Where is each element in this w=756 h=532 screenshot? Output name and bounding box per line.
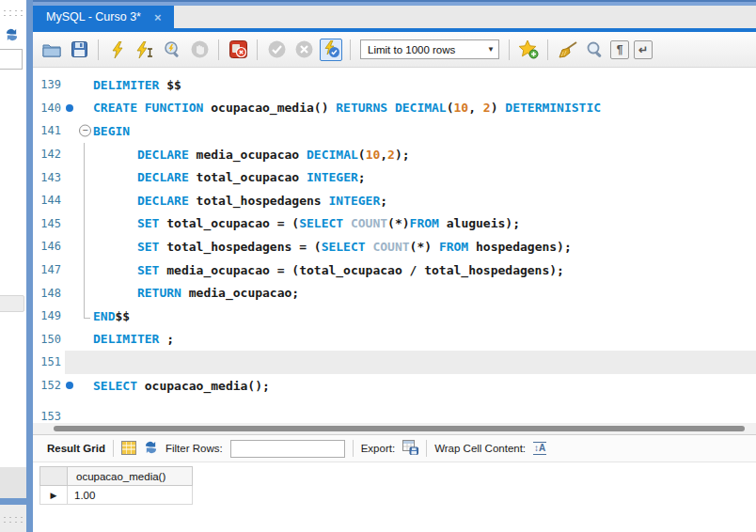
grid-cell[interactable]: 1.00 [68, 486, 193, 505]
line-number: 148 [33, 287, 61, 300]
code-line[interactable]: 144 DECLARE total_hospedagens INTEGER; [33, 189, 756, 212]
sql-toolbar: Limit to 1000 rows ▼ ¶ ↵ [33, 32, 756, 68]
code-text: DECLARE total_ocupacao INTEGER; [93, 170, 366, 184]
sql-editor-area: MySQL - Curso 3* × [33, 0, 756, 532]
refresh-results-icon[interactable] [144, 441, 158, 456]
code-line[interactable]: 146 SET total_hospedagens = (SELECT COUN… [33, 235, 756, 258]
save-script-icon[interactable] [68, 39, 90, 61]
code-text: SET total_hospedagens = (SELECT COUNT(*)… [93, 240, 572, 254]
result-grid: ocupacao_media()▶1.00 [33, 462, 756, 505]
code-line[interactable]: 151 [33, 351, 756, 374]
toolbar-separator [257, 39, 258, 60]
code-text: BEGIN [93, 124, 130, 138]
sidebar-search-field-edge[interactable] [0, 49, 23, 70]
line-number: 141 [33, 124, 61, 137]
editor-tab-bar: MySQL - Curso 3* × [33, 6, 756, 28]
grid-row: ▶1.00 [39, 486, 756, 505]
rollback-icon [292, 39, 315, 61]
fold-column [77, 374, 93, 398]
schema-refresh-icon[interactable] [5, 28, 19, 45]
code-line[interactable]: 147 SET media_ocupacao = (total_ocupacao… [33, 258, 756, 282]
row-selector-cell[interactable]: ▶ [39, 486, 68, 505]
line-number: 144 [33, 194, 61, 207]
fold-column [77, 212, 93, 236]
editor-horizontal-scrollbar[interactable] [33, 423, 756, 434]
fold-column [77, 235, 93, 258]
line-number: 147 [33, 263, 61, 276]
toolbar-separator [218, 39, 219, 60]
limit-rows-dropdown[interactable]: Limit to 1000 rows ▼ [360, 39, 499, 59]
fold-column [77, 328, 93, 352]
invisibles-icon[interactable]: ¶ [610, 40, 629, 59]
wrap-cell-content-icon[interactable]: ↕A [533, 442, 546, 455]
code-text: END$$ [93, 309, 130, 323]
fold-toggle-icon[interactable] [77, 119, 93, 143]
code-line[interactable]: 140CREATE FUNCTION ocupacao_media() RETU… [33, 97, 756, 120]
fold-column [77, 404, 93, 423]
sidebar-divider [0, 498, 26, 505]
code-text: DECLARE media_ocupacao DECIMAL(10,2); [93, 148, 410, 162]
tab-close-icon[interactable]: × [154, 11, 162, 23]
line-number: 149 [33, 309, 61, 322]
fold-column [77, 258, 93, 282]
export-icon[interactable] [402, 440, 418, 457]
code-line[interactable]: 139DELIMITER $$ [33, 73, 756, 97]
toolbar-separator [353, 440, 354, 457]
sql-code-editor[interactable]: 139DELIMITER $$140CREATE FUNCTION ocupac… [33, 68, 756, 423]
panel-splitter[interactable] [26, 0, 33, 532]
scrollbar-thumb[interactable] [54, 426, 745, 431]
code-text: SET media_ocupacao = (total_ocupacao / t… [93, 263, 564, 277]
fold-column [77, 73, 93, 97]
stop-on-error-icon[interactable] [227, 39, 249, 61]
sidebar-footer-edge [0, 467, 26, 498]
line-number: 152 [33, 379, 61, 392]
toolbar-separator [509, 39, 510, 60]
explain-plan-icon[interactable] [161, 39, 183, 61]
code-line[interactable]: 152SELECT ocupacao_media(); [33, 374, 756, 398]
mysql-workbench-window: MySQL - Curso 3* × [0, 0, 756, 532]
code-text: DELIMITER ; [93, 332, 174, 346]
code-line[interactable]: 141BEGIN [33, 119, 756, 143]
autocommit-icon[interactable] [320, 39, 342, 61]
stop-query-icon [188, 39, 211, 61]
code-text: SET total_ocupacao = (SELECT COUNT(*)FRO… [93, 216, 520, 230]
code-text: RETURN media_ocupacao; [93, 286, 299, 300]
find-icon[interactable] [583, 39, 606, 61]
fold-column [77, 143, 93, 166]
code-line[interactable]: 145 SET total_ocupacao = (SELECT COUNT(*… [33, 212, 756, 236]
grid-view-icon[interactable] [121, 441, 136, 457]
code-text: SELECT ocupacao_media(); [93, 379, 270, 393]
line-number: 146 [33, 240, 61, 253]
wrap-text-icon[interactable]: ↵ [634, 40, 653, 59]
line-number: 143 [33, 171, 61, 184]
fold-column [77, 189, 93, 212]
fold-column [77, 97, 93, 120]
tab-title: MySQL - Curso 3* [46, 10, 141, 23]
code-line[interactable]: 153 [33, 404, 756, 423]
filter-rows-input[interactable] [230, 440, 345, 458]
toolbar-separator [547, 39, 548, 60]
grid-corner-cell[interactable] [39, 466, 68, 486]
open-script-icon[interactable] [40, 39, 63, 61]
result-grid-title: Result Grid [47, 443, 105, 454]
beautify-icon[interactable] [556, 39, 578, 61]
execute-statement-icon[interactable] [134, 39, 156, 61]
toolbar-separator [350, 39, 351, 60]
save-snippet-icon[interactable] [517, 39, 540, 61]
code-line[interactable]: 150DELIMITER ; [33, 328, 756, 352]
grid-column-header[interactable]: ocupacao_media() [68, 466, 193, 486]
line-number: 139 [33, 78, 61, 91]
code-line[interactable]: 143 DECLARE total_ocupacao INTEGER; [33, 165, 756, 189]
toolbar-separator [98, 39, 99, 60]
fold-column [77, 305, 93, 328]
code-line[interactable]: 149END$$ [33, 305, 756, 328]
wrap-cell-content-label: Wrap Cell Content: [434, 443, 526, 454]
filter-rows-label: Filter Rows: [165, 443, 223, 454]
tab-mysql-curso-3[interactable]: MySQL - Curso 3* × [33, 6, 174, 28]
code-line[interactable]: 142 DECLARE media_ocupacao DECIMAL(10,2)… [33, 143, 756, 166]
code-text: DELIMITER $$ [93, 78, 181, 92]
fold-column [77, 165, 93, 189]
code-line[interactable]: 148 RETURN media_ocupacao; [33, 281, 756, 305]
execute-script-icon[interactable] [106, 39, 129, 61]
panel-grip-dots [2, 515, 25, 524]
